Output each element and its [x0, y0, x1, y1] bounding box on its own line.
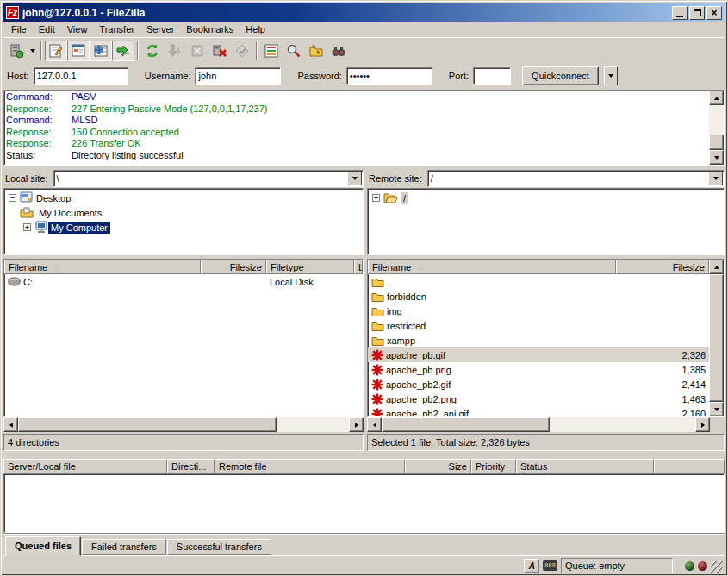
- site-manager-dropdown[interactable]: [28, 41, 38, 61]
- quickconnect-button[interactable]: Quickconnect: [522, 66, 599, 85]
- close-button[interactable]: ×: [706, 6, 722, 20]
- menu-file[interactable]: File: [5, 22, 33, 36]
- minimize-button[interactable]: [672, 6, 688, 20]
- scroll-thumb[interactable]: [709, 274, 724, 402]
- scroll-right-button[interactable]: [695, 417, 710, 432]
- host-input[interactable]: [34, 67, 128, 85]
- remote-site-dropdown[interactable]: [708, 172, 723, 185]
- column-header-server-local-file[interactable]: Server/Local file: [3, 459, 167, 473]
- password-input[interactable]: [346, 67, 432, 85]
- toolbar-separator: [40, 41, 42, 60]
- scroll-thumb[interactable]: [18, 417, 277, 432]
- toggle-remote-tree-button[interactable]: [90, 41, 112, 61]
- scroll-thumb[interactable]: [382, 417, 550, 432]
- sort-ascending-icon: △: [54, 263, 59, 271]
- local-site-value: \: [54, 173, 346, 184]
- disconnect-icon: [212, 43, 227, 59]
- port-input[interactable]: [473, 67, 511, 85]
- menu-edit[interactable]: Edit: [33, 22, 61, 36]
- remote-vertical-scrollbar[interactable]: [709, 260, 724, 416]
- list-item-folder[interactable]: ..: [368, 274, 709, 289]
- local-horizontal-scrollbar[interactable]: [3, 417, 364, 432]
- collapse-icon[interactable]: −: [9, 194, 16, 202]
- menu-server[interactable]: Server: [140, 22, 180, 36]
- expand-icon[interactable]: +: [372, 194, 380, 202]
- scroll-left-button[interactable]: [367, 417, 382, 432]
- scroll-thumb[interactable]: [709, 135, 724, 150]
- list-item-folder[interactable]: forbidden: [368, 289, 709, 304]
- menu-bookmarks[interactable]: Bookmarks: [180, 22, 240, 36]
- remote-site-combobox[interactable]: /: [427, 170, 725, 187]
- queue-body[interactable]: [3, 473, 725, 533]
- list-item-drive-c[interactable]: C: Local Disk: [4, 274, 363, 289]
- menu-view[interactable]: View: [61, 22, 94, 36]
- tree-item-root[interactable]: + /: [369, 191, 723, 205]
- folder-icon: [371, 291, 384, 302]
- local-site-dropdown[interactable]: [347, 172, 362, 185]
- column-header-filename[interactable]: Filename△: [368, 260, 616, 274]
- column-header-priority[interactable]: Priority: [471, 459, 516, 473]
- log-line: Response:226 Transfer OK: [6, 138, 707, 150]
- scroll-up-button[interactable]: [709, 91, 724, 105]
- maximize-button[interactable]: [689, 6, 705, 20]
- tab-successful-transfers[interactable]: Successful transfers: [167, 539, 271, 555]
- scroll-track[interactable]: [277, 417, 349, 432]
- tree-item-my-computer[interactable]: + My Computer: [5, 220, 362, 235]
- column-header-size[interactable]: Size: [405, 459, 471, 473]
- disconnect-button[interactable]: [208, 41, 231, 61]
- column-header-remote-file[interactable]: Remote file: [215, 459, 405, 473]
- title-bar[interactable]: Fz john@127.0.0.1 - FileZilla ×: [3, 3, 725, 22]
- scroll-left-button[interactable]: [3, 417, 18, 432]
- transfer-type-indicator-icon[interactable]: A: [524, 559, 539, 573]
- tree-item-desktop[interactable]: − Desktop: [5, 191, 362, 205]
- list-item-file[interactable]: apache_pb.png 1,385: [368, 362, 709, 377]
- column-header-direction[interactable]: Directi...: [167, 459, 215, 473]
- column-header-filetype[interactable]: Filetype: [266, 260, 354, 274]
- list-item-file[interactable]: apache_pb2_ani.gif 2,160: [368, 406, 709, 416]
- scroll-down-button[interactable]: [709, 150, 724, 165]
- menu-transfer[interactable]: Transfer: [93, 22, 140, 36]
- list-item-file[interactable]: apache_pb2.gif 2,414: [368, 377, 709, 391]
- filter-button[interactable]: [260, 41, 283, 61]
- process-queue-button[interactable]: [164, 41, 186, 61]
- column-header-status[interactable]: Status: [516, 459, 654, 473]
- scroll-track[interactable]: [709, 105, 724, 135]
- resize-grip[interactable]: [711, 561, 723, 573]
- scroll-down-button[interactable]: [709, 402, 724, 416]
- column-header-filename[interactable]: Filename△: [4, 260, 201, 274]
- toggle-message-log-button[interactable]: [45, 41, 67, 61]
- list-item-file[interactable]: apache_pb2.png 1,463: [368, 391, 709, 406]
- column-header-filesize[interactable]: Filesize: [201, 260, 266, 274]
- cancel-button[interactable]: [186, 41, 208, 61]
- toggle-local-tree-button[interactable]: [67, 41, 90, 61]
- username-input[interactable]: [195, 67, 281, 85]
- local-site-combobox[interactable]: \: [53, 170, 364, 187]
- toggle-queue-button[interactable]: [112, 41, 134, 61]
- quickconnect-dropdown[interactable]: [604, 66, 618, 85]
- site-manager-button[interactable]: [5, 41, 28, 61]
- window-title: john@127.0.0.1 - FileZilla: [22, 7, 670, 19]
- scroll-right-button[interactable]: [349, 417, 364, 432]
- directory-comparison-button[interactable]: [305, 41, 327, 61]
- scroll-up-button[interactable]: [709, 260, 724, 274]
- reconnect-button[interactable]: [231, 41, 253, 61]
- tree-item-my-documents[interactable]: My Documents: [5, 205, 362, 220]
- log-scrollbar[interactable]: [709, 91, 724, 165]
- column-header-last-modified[interactable]: L: [354, 260, 363, 274]
- expand-icon[interactable]: +: [23, 223, 31, 231]
- list-item-folder[interactable]: xampp: [368, 333, 709, 347]
- find-files-button[interactable]: [283, 41, 305, 61]
- column-header-filesize[interactable]: Filesize: [616, 260, 709, 274]
- menu-help[interactable]: Help: [240, 22, 271, 36]
- speed-limits-icon[interactable]: 888: [543, 560, 557, 571]
- scroll-track[interactable]: [550, 417, 695, 432]
- image-file-icon: [371, 379, 383, 391]
- synchronized-browsing-button[interactable]: [327, 41, 350, 61]
- list-item-file-selected[interactable]: apache_pb.gif 2,326: [368, 347, 709, 362]
- list-item-folder[interactable]: img: [368, 304, 709, 318]
- refresh-button[interactable]: [141, 41, 164, 61]
- tab-failed-transfers[interactable]: Failed transfers: [82, 539, 166, 555]
- tab-queued-files[interactable]: Queued files: [5, 536, 81, 556]
- remote-horizontal-scrollbar[interactable]: [367, 417, 710, 432]
- list-item-folder[interactable]: restricted: [368, 318, 709, 333]
